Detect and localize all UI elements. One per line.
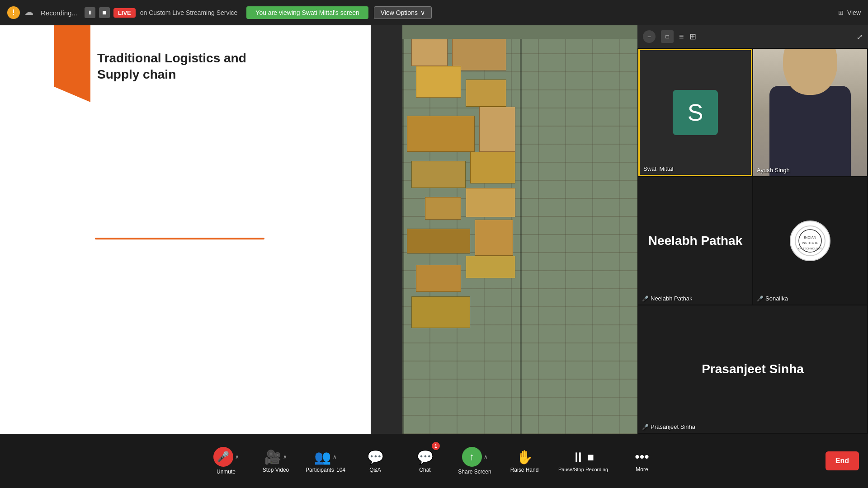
grid-icon: ⊞	[838, 9, 844, 16]
maximize-button[interactable]: □	[661, 30, 674, 43]
bottom-toolbar: 🎤 ∧ Unmute 🎥 ∧ Stop Video 👥 ∧ Participan…	[0, 434, 868, 488]
chat-label: Chat	[419, 467, 430, 473]
slide-orange-line	[95, 238, 264, 239]
view-options-label: View Options	[381, 9, 418, 16]
video-cell-prasanjeet: Prasanjeet Sinha 🎤 Prasanjeet Sinha	[638, 305, 867, 433]
video-panel: – □ ≡ ⊞ ⤢ S Swati Mittal Ayush S	[637, 25, 868, 434]
expand-button[interactable]: ⤢	[857, 33, 863, 41]
svg-text:OF TECHNOLOGY: OF TECHNOLOGY	[798, 247, 822, 250]
warning-icon: !	[7, 6, 20, 19]
mic-icon: 🎤	[217, 451, 229, 463]
minimize-button[interactable]: –	[643, 30, 656, 43]
participants-chevron[interactable]: ∧	[333, 454, 337, 460]
share-screen-icon: ↑	[469, 451, 474, 463]
video-grid: S Swati Mittal Ayush Singh Neelabh Patha…	[637, 48, 868, 434]
mic-icon-container: 🎤	[213, 447, 233, 467]
view-options-button[interactable]: View Options ∨	[374, 6, 432, 19]
share-screen-label: Share Screen	[458, 469, 491, 475]
participants-icon: 👥	[314, 449, 331, 465]
unmute-button[interactable]: 🎤 ∧ Unmute	[201, 434, 251, 488]
pause-icon: ⏸	[571, 450, 585, 465]
prasanjeet-name-display: Prasanjeet Sinha	[702, 362, 804, 376]
slide-area: Traditional Logistics and Supply chain	[0, 25, 371, 434]
raise-hand-button[interactable]: ✋ Raise Hand	[500, 434, 549, 488]
grid-view-button[interactable]: ⊞	[689, 32, 696, 42]
neelabh-name: 🎤 Neelabh Pathak	[642, 295, 693, 302]
mute-icon-3: 🎤	[642, 424, 649, 430]
ayush-name: Ayush Singh	[757, 167, 790, 174]
raise-hand-icon: ✋	[516, 449, 533, 465]
main-area: Traditional Logistics and Supply chain	[0, 25, 868, 434]
slide-title: Traditional Logistics and Supply chain	[97, 50, 246, 83]
slide-orange-shape	[54, 25, 90, 102]
video-cell-sonalika: INDIAN INSTITUTE OF TECHNOLOGY 🎤 Sonalik…	[753, 177, 867, 305]
qa-label: Q&A	[369, 467, 381, 473]
more-icon: •••	[635, 449, 649, 465]
neelabh-name-display: Neelabh Pathak	[648, 234, 743, 248]
mute-icon: 🎤	[642, 296, 649, 302]
video-cell-swati: S Swati Mittal	[638, 49, 752, 176]
pause-stop-recording-button[interactable]: ⏸ ⏹ Pause/Stop Recording	[549, 434, 617, 488]
more-label: More	[636, 466, 648, 473]
end-button[interactable]: End	[826, 451, 859, 470]
video-chevron[interactable]: ∧	[283, 454, 287, 460]
recording-label: Recording...	[41, 9, 77, 17]
more-button[interactable]: ••• More	[617, 434, 667, 488]
streaming-text: on Custom Live Streaming Service	[140, 9, 238, 16]
swati-avatar: S	[673, 90, 718, 135]
participants-button[interactable]: 👥 ∧ Participants 104	[301, 434, 350, 488]
shared-screen: Traditional Logistics and Supply chain	[0, 25, 637, 434]
live-badge: LIVE	[113, 8, 136, 18]
cloud-icon: ☁	[24, 6, 37, 19]
svg-point-0	[795, 226, 825, 256]
share-screen-chevron[interactable]: ∧	[484, 454, 488, 460]
chat-badge: 1	[432, 442, 440, 450]
unmute-chevron[interactable]: ∧	[235, 454, 239, 460]
stop-icon: ⏹	[586, 452, 595, 463]
video-controls-bar: – □ ≡ ⊞ ⤢	[637, 25, 868, 48]
chat-icon: 💬	[417, 449, 434, 465]
sonalika-name: 🎤 Sonalika	[757, 295, 788, 302]
chat-button[interactable]: 💬 1 Chat	[400, 434, 450, 488]
pause-stop-label: Pause/Stop Recording	[558, 467, 608, 472]
stop-video-label: Stop Video	[263, 467, 289, 473]
unmute-label: Unmute	[217, 469, 236, 475]
svg-text:INSTITUTE: INSTITUTE	[802, 241, 818, 244]
stop-video-button[interactable]: 🎥 ∧ Stop Video	[251, 434, 301, 488]
share-screen-button[interactable]: ↑ ∧ Share Screen	[450, 434, 500, 488]
chevron-down-icon: ∨	[420, 9, 425, 16]
sonalika-logo: INDIAN INSTITUTE OF TECHNOLOGY	[790, 221, 830, 261]
video-cell-ayush: Ayush Singh	[753, 49, 867, 176]
raise-hand-label: Raise Hand	[510, 467, 539, 473]
video-cell-neelabh: Neelabh Pathak 🎤 Neelabh Pathak	[638, 177, 752, 305]
stop-recording-button[interactable]: ⏹	[99, 7, 110, 18]
mute-icon-2: 🎤	[757, 296, 764, 302]
share-screen-icon-container: ↑	[462, 447, 482, 467]
svg-text:INDIAN: INDIAN	[804, 235, 816, 239]
viewing-banner: You are viewing Swati Mittal's screen	[246, 6, 368, 19]
warehouse-background	[402, 25, 637, 434]
qa-icon: 💬	[367, 449, 384, 465]
view-label: View	[847, 9, 861, 16]
participants-label: Participants 104	[306, 467, 345, 473]
list-view-button[interactable]: ≡	[679, 32, 684, 42]
top-bar: ! ☁ Recording... ⏸ ⏹ LIVE on Custom Live…	[0, 0, 868, 25]
pause-recording-button[interactable]: ⏸	[85, 7, 95, 18]
qa-button[interactable]: 💬 Q&A	[350, 434, 400, 488]
video-icon: 🎥	[264, 449, 281, 465]
top-bar-right: ⊞ View	[838, 9, 861, 16]
swati-name: Swati Mittal	[643, 165, 673, 172]
warehouse-overlay	[402, 25, 637, 434]
prasanjeet-name: 🎤 Prasanjeet Sinha	[642, 423, 695, 430]
